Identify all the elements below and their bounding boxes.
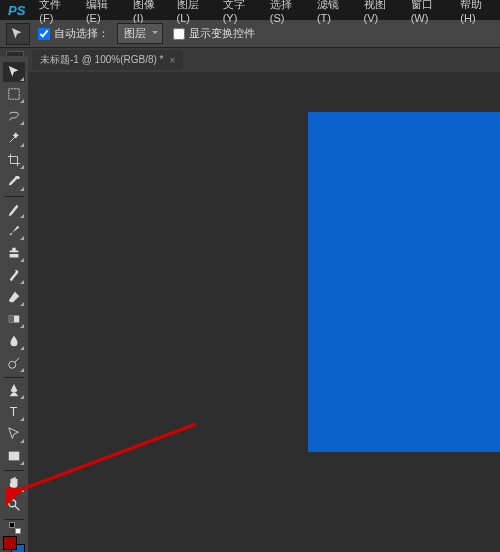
svg-rect-2 <box>9 316 14 323</box>
document-canvas[interactable] <box>308 112 500 452</box>
brush-tool[interactable] <box>3 221 25 241</box>
document-tab-bar: 未标题-1 @ 100%(RGB/8) * × <box>0 48 500 72</box>
pen-tool[interactable] <box>3 380 25 400</box>
separator <box>4 470 24 471</box>
show-transform-label: 显示变换控件 <box>189 26 255 41</box>
menu-file[interactable]: 文件(F) <box>31 0 78 24</box>
close-icon[interactable]: × <box>170 55 176 66</box>
svg-rect-0 <box>9 89 20 100</box>
canvas-area[interactable] <box>28 72 500 552</box>
tools-panel: T <box>0 56 28 552</box>
zoom-tool[interactable] <box>3 495 25 515</box>
move-icon <box>11 27 25 41</box>
current-tool-preset[interactable] <box>6 23 30 45</box>
foreground-color[interactable] <box>3 536 17 550</box>
eyedropper-tool[interactable] <box>3 172 25 192</box>
menu-edit[interactable]: 编辑(E) <box>78 0 125 24</box>
app-logo: PS <box>2 3 31 18</box>
eraser-tool[interactable] <box>3 287 25 307</box>
svg-text:T: T <box>10 405 18 419</box>
menu-bar: PS 文件(F) 编辑(E) 图像(I) 图层(L) 文字(Y) 选择(S) 滤… <box>0 0 500 20</box>
svg-rect-5 <box>9 452 20 461</box>
hand-tool[interactable] <box>3 473 25 493</box>
menu-view[interactable]: 视图(V) <box>356 0 403 24</box>
lasso-tool[interactable] <box>3 106 25 126</box>
dodge-tool[interactable] <box>3 353 25 373</box>
color-swatch[interactable] <box>3 536 25 552</box>
auto-select-checkbox[interactable]: 自动选择： <box>38 26 109 41</box>
clone-stamp-tool[interactable] <box>3 243 25 263</box>
menu-help[interactable]: 帮助(H) <box>452 0 500 24</box>
auto-select-target[interactable]: 图层 <box>117 23 163 44</box>
magic-wand-tool[interactable] <box>3 128 25 148</box>
healing-brush-tool[interactable] <box>3 199 25 219</box>
separator <box>4 377 24 378</box>
document-title: 未标题-1 @ 100%(RGB/8) * <box>40 53 164 67</box>
auto-select-label: 自动选择： <box>54 26 109 41</box>
move-tool[interactable] <box>3 62 25 82</box>
auto-select-check[interactable] <box>38 28 50 40</box>
separator <box>4 196 24 197</box>
shape-tool[interactable] <box>3 446 25 466</box>
default-colors-icon[interactable] <box>9 522 19 532</box>
options-bar: 自动选择： 图层 显示变换控件 <box>0 20 500 48</box>
menu-image[interactable]: 图像(I) <box>125 0 169 24</box>
gradient-tool[interactable] <box>3 309 25 329</box>
menu-type[interactable]: 文字(Y) <box>215 0 262 24</box>
menu-layer[interactable]: 图层(L) <box>169 0 215 24</box>
show-transform-check[interactable] <box>173 28 185 40</box>
menu-select[interactable]: 选择(S) <box>262 0 309 24</box>
svg-point-6 <box>9 500 16 507</box>
svg-point-3 <box>9 361 16 368</box>
crop-tool[interactable] <box>3 150 25 170</box>
path-selection-tool[interactable] <box>3 424 25 444</box>
type-tool[interactable]: T <box>3 402 25 422</box>
blur-tool[interactable] <box>3 331 25 351</box>
menu-window[interactable]: 窗口(W) <box>403 0 453 24</box>
separator <box>4 519 24 520</box>
history-brush-tool[interactable] <box>3 265 25 285</box>
menu-filter[interactable]: 滤镜(T) <box>309 0 356 24</box>
show-transform-checkbox[interactable]: 显示变换控件 <box>173 26 255 41</box>
document-tab[interactable]: 未标题-1 @ 100%(RGB/8) * × <box>32 50 183 70</box>
marquee-tool[interactable] <box>3 84 25 104</box>
